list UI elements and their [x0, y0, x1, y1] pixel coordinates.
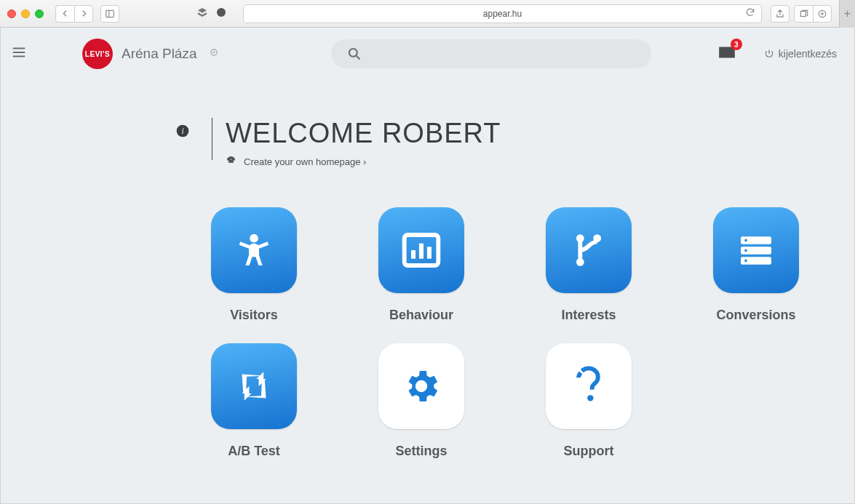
tile-behaviour[interactable]: Behaviour: [363, 207, 480, 323]
logo-text: LEVI'S: [85, 50, 110, 58]
logout-label: kijelentkezés: [779, 48, 837, 60]
behaviour-icon: [378, 207, 464, 293]
brand-selector-icon[interactable]: [209, 47, 219, 60]
svg-rect-3: [800, 11, 806, 16]
new-tab-button[interactable]: +: [839, 0, 855, 28]
svg-point-16: [576, 258, 584, 266]
tile-label: Conversions: [716, 308, 795, 323]
dashboard-icon: [226, 155, 236, 168]
svg-point-2: [217, 8, 226, 17]
address-bar[interactable]: appear.hu: [243, 4, 762, 23]
notifications-button[interactable]: 3: [717, 43, 736, 65]
tile-support[interactable]: Support: [530, 343, 647, 459]
svg-rect-15: [427, 247, 432, 258]
sidebar-toggle-button[interactable]: [100, 5, 119, 23]
support-icon: [546, 343, 632, 429]
extension-icon-1[interactable]: [196, 7, 208, 21]
svg-rect-14: [419, 244, 423, 259]
tile-interests[interactable]: Interests: [530, 207, 647, 323]
forward-button[interactable]: [74, 5, 93, 23]
page-title: WELCOME ROBERT: [226, 118, 501, 149]
reload-icon[interactable]: [745, 7, 755, 20]
info-icon[interactable]: i: [175, 118, 212, 141]
extension-icon-2[interactable]: [215, 7, 227, 21]
search-icon: [347, 47, 362, 61]
create-homepage-link[interactable]: Create your own homepage ›: [244, 156, 366, 167]
menu-icon[interactable]: [11, 44, 27, 63]
svg-point-24: [744, 260, 747, 263]
svg-rect-0: [106, 10, 114, 17]
fullscreen-window-button[interactable]: [35, 9, 44, 18]
extension-icons: [196, 7, 227, 21]
browser-chrome: appear.hu +: [0, 0, 855, 28]
main-content: i WELCOME ROBERT Create your own homepag…: [1, 80, 854, 503]
svg-rect-13: [411, 250, 415, 259]
tile-label: Behaviour: [389, 308, 453, 323]
svg-point-7: [349, 49, 357, 57]
logout-link[interactable]: kijelentkezés: [764, 48, 837, 60]
url-text: appear.hu: [483, 9, 522, 19]
tile-label: Interests: [561, 308, 616, 323]
tile-grid: Visitors Behaviour Interests Conversions: [196, 207, 854, 459]
notification-badge: 3: [731, 39, 742, 50]
window-controls: [7, 9, 44, 18]
power-icon: [764, 49, 774, 59]
svg-point-23: [744, 249, 747, 252]
app-topbar: LEVI'S Aréna Pláza 3 kijelentkezés: [1, 28, 854, 80]
nav-buttons: [55, 5, 93, 23]
brand-logo: LEVI'S: [82, 39, 113, 69]
search-input[interactable]: [331, 39, 651, 68]
tile-conversions[interactable]: Conversions: [698, 207, 814, 323]
brand[interactable]: LEVI'S Aréna Pláza: [82, 39, 219, 69]
tabs-button[interactable]: [794, 5, 813, 23]
back-button[interactable]: [55, 5, 74, 23]
tile-visitors[interactable]: Visitors: [196, 207, 312, 323]
share-button[interactable]: [771, 5, 790, 23]
tile-label: Support: [564, 444, 614, 459]
settings-icon: [378, 343, 464, 429]
close-window-button[interactable]: [7, 9, 16, 18]
svg-point-25: [587, 395, 593, 401]
app-body: LEVI'S Aréna Pláza 3 kijelentkezés i: [0, 28, 855, 504]
tile-settings[interactable]: Settings: [363, 343, 480, 459]
brand-name: Aréna Pláza: [122, 46, 197, 62]
svg-point-17: [576, 234, 584, 242]
svg-text:i: i: [181, 127, 183, 136]
downloads-button[interactable]: [813, 5, 832, 23]
minimize-window-button[interactable]: [21, 9, 30, 18]
tile-label: A/B Test: [228, 444, 280, 459]
tile-label: Visitors: [230, 308, 278, 323]
welcome-section: i WELCOME ROBERT Create your own homepag…: [175, 118, 854, 168]
svg-line-8: [356, 56, 359, 60]
svg-point-11: [250, 234, 258, 243]
interests-icon: [546, 207, 632, 293]
conversions-icon: [713, 207, 799, 293]
divider: [212, 118, 212, 160]
abtest-icon: [211, 343, 297, 429]
tile-label: Settings: [395, 444, 447, 459]
tile-abtest[interactable]: A/B Test: [196, 343, 312, 459]
svg-point-6: [212, 52, 214, 53]
visitors-icon: [211, 207, 297, 293]
svg-point-22: [744, 239, 747, 242]
